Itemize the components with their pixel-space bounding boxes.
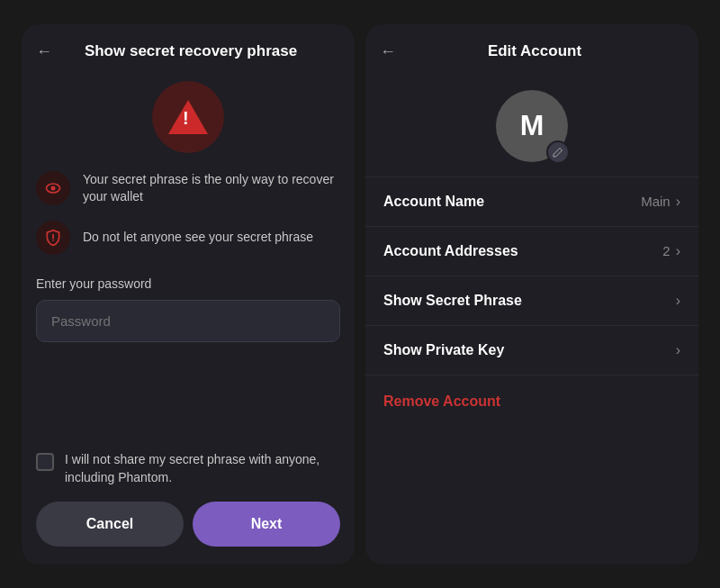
svg-point-1 xyxy=(51,186,56,191)
info-text-2: Do not let anyone see your secret phrase xyxy=(83,229,313,247)
cancel-button[interactable]: Cancel xyxy=(36,502,184,547)
menu-list: Account Name Main › Account Addresses 2 … xyxy=(365,176,698,375)
account-name-label: Account Name xyxy=(383,194,641,210)
app-container: ← Show secret recovery phrase Your secre… xyxy=(0,0,720,588)
right-back-button[interactable]: ← xyxy=(380,42,396,61)
checkbox-label: I will not share my secret phrase with a… xyxy=(65,451,340,486)
info-items-list: Your secret phrase is the only way to re… xyxy=(22,171,355,255)
left-back-button[interactable]: ← xyxy=(36,42,52,61)
menu-item-show-secret-phrase[interactable]: Show Secret Phrase › xyxy=(365,276,698,325)
warning-icon-container xyxy=(22,81,355,153)
account-name-chevron: › xyxy=(676,194,680,210)
checkbox-section: I will not share my secret phrase with a… xyxy=(22,451,355,486)
avatar-section: M xyxy=(365,72,698,176)
show-private-key-label: Show Private Key xyxy=(383,342,676,358)
warning-triangle-icon xyxy=(168,100,208,134)
menu-item-account-addresses[interactable]: Account Addresses 2 › xyxy=(365,226,698,276)
right-panel-header: ← Edit Account xyxy=(365,24,698,72)
next-button[interactable]: Next xyxy=(193,502,340,547)
menu-item-show-private-key[interactable]: Show Private Key › xyxy=(365,325,698,375)
avatar-wrapper: M xyxy=(496,90,568,162)
account-addresses-value: 2 xyxy=(662,243,670,258)
avatar-edit-button[interactable] xyxy=(546,140,570,164)
info-text-1: Your secret phrase is the only way to re… xyxy=(83,171,340,206)
shield-icon-container xyxy=(36,221,70,255)
account-name-value: Main xyxy=(641,194,670,209)
button-row: Cancel Next xyxy=(22,502,355,565)
left-panel-title: Show secret recovery phrase xyxy=(63,42,319,60)
show-private-key-chevron: › xyxy=(676,342,680,358)
warning-circle xyxy=(152,81,224,153)
show-secret-phrase-chevron: › xyxy=(676,293,680,309)
eye-icon xyxy=(44,179,62,197)
right-panel-title: Edit Account xyxy=(407,42,662,60)
info-item-1: Your secret phrase is the only way to re… xyxy=(36,171,340,206)
svg-point-3 xyxy=(52,240,54,241)
remove-account-item[interactable]: Remove Account xyxy=(365,375,698,428)
info-item-2: Do not let anyone see your secret phrase xyxy=(36,221,340,255)
menu-item-account-name[interactable]: Account Name Main › xyxy=(365,176,698,226)
account-addresses-chevron: › xyxy=(676,243,680,259)
remove-account-label: Remove Account xyxy=(383,394,500,409)
password-label: Enter your password xyxy=(36,276,340,291)
password-input[interactable] xyxy=(36,300,340,342)
eye-icon-container xyxy=(36,171,70,205)
left-panel-header: ← Show secret recovery phrase xyxy=(22,24,355,72)
right-panel: ← Edit Account M Account Name Main › xyxy=(365,24,698,565)
agreement-checkbox[interactable] xyxy=(36,453,54,471)
left-panel: ← Show secret recovery phrase Your secre… xyxy=(22,24,355,565)
show-secret-phrase-label: Show Secret Phrase xyxy=(383,293,676,309)
pencil-icon xyxy=(553,147,563,158)
shield-icon xyxy=(44,229,62,247)
password-section: Enter your password xyxy=(22,276,355,342)
account-addresses-label: Account Addresses xyxy=(383,243,662,259)
